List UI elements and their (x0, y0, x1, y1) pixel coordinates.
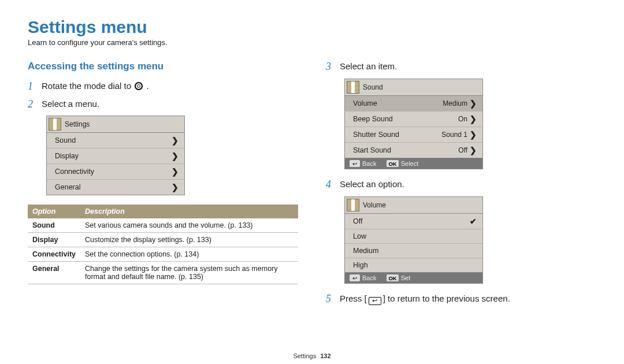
menu-row-label: Display (55, 152, 79, 160)
menu-row-value: Off (458, 146, 467, 154)
options-header-description: Description (80, 205, 298, 218)
step-5-text-post: ] to return to the previous screen. (383, 294, 510, 303)
menu-row-label: Sound (55, 136, 76, 144)
menu-row-label: Low (353, 232, 366, 240)
panel-header: Sound (345, 79, 482, 96)
step-5: 5 Press [↩] to return to the previous sc… (326, 293, 596, 305)
menu-row-shutter[interactable]: Shutter Sound Sound 1❯ (345, 127, 482, 143)
menu-panel-volume: Volume Off ✔ Low Medium (344, 196, 483, 284)
table-row: Sound Set various camera sounds and the … (28, 218, 298, 233)
footer-back-label: Back (362, 160, 376, 167)
footer-section: Settings (293, 352, 316, 359)
option-row-medium[interactable]: Medium (345, 244, 482, 258)
menu-row-sound[interactable]: Sound ❯ (47, 133, 184, 148)
table-row: Display Customize the display settings. … (28, 233, 298, 247)
menu-row-value: Sound 1 (441, 131, 467, 139)
chevron-right-icon: ❯ (470, 114, 477, 124)
step-4-text: Select an option. (340, 179, 404, 190)
option-desc: Set the connection options. (p. 134) (80, 247, 298, 262)
menu-row-label: Shutter Sound (353, 131, 399, 139)
panel-header: Settings (47, 116, 184, 133)
step-1: 1 Rotate the mode dial to . (28, 80, 298, 92)
back-icon: ↩ (369, 297, 381, 305)
panel-thumb-icon (347, 199, 359, 211)
menu-row-connectivity[interactable]: Connectivity ❯ (47, 164, 184, 180)
back-key-icon: ↩ (350, 160, 360, 167)
ok-key-icon: OK (387, 274, 398, 281)
chevron-right-icon: ❯ (172, 151, 179, 161)
footer-page-number: 132 (320, 352, 330, 359)
footer-action-label: Set (401, 274, 411, 281)
step-number: 4 (326, 179, 334, 191)
panel-header: Volume (345, 197, 482, 214)
table-row: General Change the settings for the came… (28, 262, 298, 284)
option-desc: Customize the display settings. (p. 133) (80, 233, 298, 247)
page-subtitle: Learn to configure your camera's setting… (28, 38, 596, 47)
menu-row-volume[interactable]: Volume Medium❯ (345, 96, 482, 112)
step-2-text: Select a menu. (42, 98, 99, 110)
panel-footer: ↩Back OKSelect (345, 158, 482, 169)
menu-panel-settings: Settings Sound ❯ Display ❯ Connectivity … (46, 116, 185, 195)
chevron-right-icon: ❯ (172, 136, 179, 145)
back-key-icon: ↩ (350, 274, 360, 281)
step-number: 1 (28, 80, 36, 92)
section-heading: Accessing the settings menu (28, 61, 298, 72)
panel-title: Volume (363, 201, 386, 209)
chevron-right-icon: ❯ (470, 146, 477, 155)
chevron-right-icon: ❯ (172, 183, 179, 192)
step-1-text-post: . (146, 81, 148, 91)
panel-title: Sound (363, 83, 383, 91)
menu-row-label: High (353, 261, 368, 269)
option-desc: Set various camera sounds and the volume… (80, 218, 298, 233)
step-4: 4 Select an option. (326, 179, 596, 191)
page-footer: Settings 132 (0, 352, 624, 359)
step-number: 2 (28, 98, 36, 110)
option-name: Display (28, 233, 80, 247)
chevron-right-icon: ❯ (470, 130, 477, 139)
panel-thumb-icon (49, 118, 61, 131)
step-3-text: Select an item. (340, 61, 397, 72)
menu-row-label: Beep Sound (353, 115, 393, 123)
step-2: 2 Select a menu. (28, 98, 298, 110)
option-name: General (28, 262, 80, 284)
chevron-right-icon: ❯ (470, 99, 477, 108)
options-header-option: Option (28, 205, 80, 218)
menu-row-label: General (55, 183, 80, 191)
footer-back-label: Back (362, 274, 376, 281)
menu-row-label: Off (353, 217, 362, 225)
options-table: Option Description Sound Set various cam… (28, 205, 298, 284)
panel-footer: ↩Back OKSet (345, 272, 482, 284)
option-name: Connectivity (28, 247, 80, 262)
menu-row-general[interactable]: General ❯ (47, 180, 184, 195)
menu-row-value: Medium (443, 99, 467, 107)
step-1-text-pre: Rotate the mode dial to (42, 81, 133, 91)
panel-title: Settings (65, 120, 90, 128)
ok-key-icon: OK (387, 160, 398, 167)
page-title: Settings menu (28, 17, 596, 37)
option-name: Sound (28, 218, 80, 233)
table-row: Connectivity Set the connection options.… (28, 247, 298, 262)
menu-row-label: Connectivity (55, 168, 94, 176)
menu-row-label: Volume (353, 99, 377, 107)
check-icon: ✔ (470, 217, 477, 226)
step-number: 3 (326, 61, 334, 73)
option-row-high[interactable]: High (345, 258, 482, 272)
menu-panel-sound: Sound Volume Medium❯ Beep Sound On❯ Shut… (344, 79, 483, 170)
option-desc: Change the settings for the camera syste… (80, 262, 298, 284)
option-row-off[interactable]: Off ✔ (345, 214, 482, 229)
menu-row-start[interactable]: Start Sound Off❯ (345, 143, 482, 158)
step-number: 5 (326, 293, 334, 305)
panel-thumb-icon (347, 81, 359, 94)
menu-row-label: Start Sound (353, 146, 391, 154)
footer-action-label: Select (401, 160, 419, 167)
menu-row-display[interactable]: Display ❯ (47, 148, 184, 164)
chevron-right-icon: ❯ (172, 167, 179, 176)
menu-row-label: Medium (353, 247, 378, 255)
option-row-low[interactable]: Low (345, 229, 482, 244)
gear-icon (135, 82, 143, 90)
menu-row-value: On (458, 115, 467, 123)
step-3: 3 Select an item. (326, 61, 596, 73)
menu-row-beep[interactable]: Beep Sound On❯ (345, 112, 482, 127)
step-5-text-pre: Press [ (340, 294, 367, 303)
